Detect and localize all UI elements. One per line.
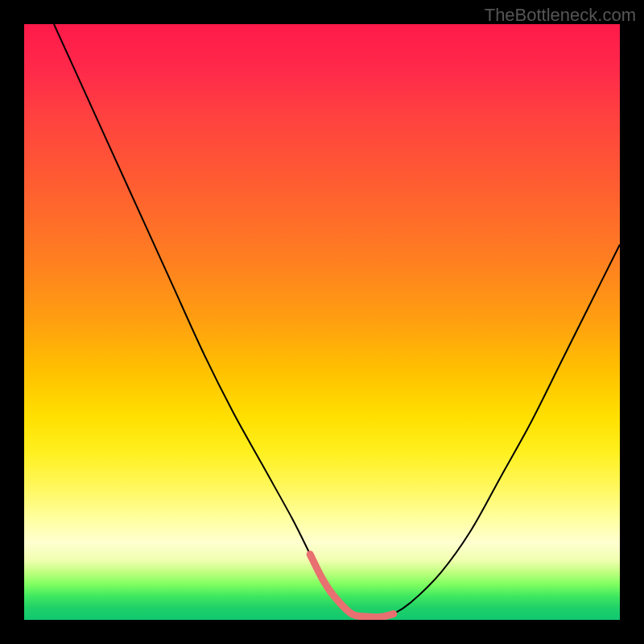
- chart-svg: [24, 24, 620, 620]
- bottleneck-highlight: [310, 555, 394, 617]
- bottleneck-curve: [54, 24, 620, 617]
- attribution-text: TheBottleneck.com: [485, 5, 636, 26]
- chart-plot-area: [24, 24, 620, 620]
